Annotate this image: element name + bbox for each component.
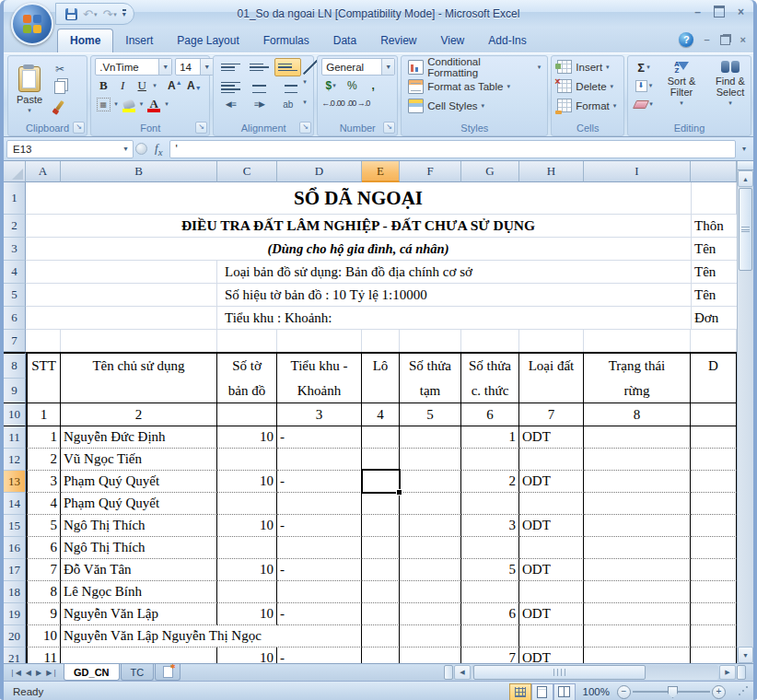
horizontal-scroll-thumb[interactable]	[473, 665, 646, 680]
percent-style-button[interactable]: %	[343, 77, 361, 93]
row-header-selected[interactable]: 13	[4, 471, 26, 493]
row-header[interactable]: 12	[4, 449, 26, 471]
tab-data[interactable]: Data	[321, 29, 368, 52]
insert-worksheet-tab[interactable]	[155, 664, 181, 681]
comma-style-button[interactable]: ,	[364, 77, 382, 93]
vertical-scroll-thumb[interactable]	[739, 188, 752, 271]
select-all-corner[interactable]	[4, 161, 26, 182]
align-left-button[interactable]	[217, 78, 244, 97]
tab-view[interactable]: View	[428, 29, 476, 52]
qat-customize-button[interactable]: ▾	[122, 9, 126, 18]
maximize-button[interactable]	[714, 6, 725, 18]
paste-button[interactable]: Paste ▾	[12, 59, 47, 122]
decrease-decimal-button[interactable]: .00 →.0	[347, 95, 370, 111]
align-center-button[interactable]	[246, 78, 273, 97]
row-header[interactable]: 8	[4, 352, 26, 379]
save-button[interactable]	[65, 8, 77, 20]
sheet-note[interactable]: (Dùng cho hộ gia đình, cá nhân)	[26, 238, 691, 261]
format-as-table-button[interactable]: Format as Table▾	[405, 76, 543, 96]
vertical-scrollbar[interactable]: ▲ ▼	[737, 161, 753, 663]
subzone-info[interactable]: Tiểu khu : Khoảnh:	[217, 307, 691, 330]
sheet-tab-gd-cn[interactable]: GD_CN	[64, 664, 120, 681]
format-painter-button[interactable]	[50, 98, 70, 113]
row-header[interactable]: 18	[4, 581, 26, 603]
borders-caret[interactable]: ▾	[114, 100, 118, 108]
row-header[interactable]: 11	[4, 426, 26, 449]
workbook-close-button[interactable]: ×	[740, 34, 746, 45]
row-header[interactable]: 5	[4, 284, 26, 307]
font-color-caret[interactable]: ▾	[165, 100, 169, 108]
increase-indent-button[interactable]: ≡▶	[246, 99, 273, 117]
formula-input[interactable]: '	[169, 140, 736, 158]
minimize-button[interactable]: –	[694, 6, 701, 18]
accounting-format-button[interactable]: $▾	[321, 77, 340, 93]
row-header[interactable]: 3	[4, 238, 26, 261]
row-header[interactable]: 15	[4, 515, 26, 537]
scroll-up-button[interactable]: ▲	[738, 170, 753, 187]
sheet-subtitle[interactable]: ĐIỀU TRA ĐẤT LÂM NGHIỆP - ĐẤT CHƯA SỬ DỤ…	[26, 215, 691, 238]
decrease-indent-button[interactable]: ◀≡	[217, 99, 244, 117]
number-format-combo[interactable]: General▼	[321, 58, 395, 76]
underline-caret[interactable]: ▾	[153, 82, 157, 89]
insert-cells-button[interactable]: Insert▾	[555, 57, 620, 76]
column-header-d[interactable]: D	[277, 161, 362, 182]
workbook-minimize-button[interactable]: –	[704, 34, 709, 45]
conditional-formatting-button[interactable]: Conditional Formatting▾	[405, 57, 543, 76]
row-header[interactable]: 4	[4, 261, 26, 284]
tab-add-ins[interactable]: Add-Ins	[476, 29, 538, 52]
scroll-left-button[interactable]: ◀	[454, 665, 471, 680]
column-header-j[interactable]	[691, 161, 737, 182]
page-layout-view-button[interactable]	[531, 683, 553, 700]
column-header-c[interactable]: C	[217, 161, 277, 182]
zoom-out-button[interactable]: −	[617, 685, 631, 699]
fill-color-button[interactable]	[121, 96, 137, 112]
zoom-slider-track[interactable]	[633, 691, 710, 693]
row-header[interactable]: 20	[4, 625, 26, 648]
vertical-split-handle[interactable]	[738, 161, 753, 170]
font-color-button[interactable]: A	[146, 96, 162, 112]
expand-formula-bar-button[interactable]: ▾	[738, 141, 751, 158]
zoom-in-button[interactable]: +	[712, 685, 726, 699]
map-sheet-info[interactable]: Số hiệu tờ bản đồ : 10 Tỷ lệ 1:10000	[217, 284, 691, 307]
next-sheet-button[interactable]: ▶	[36, 669, 41, 677]
column-header-i[interactable]: I	[584, 161, 691, 182]
clear-button[interactable]: ▾	[632, 96, 656, 112]
grow-font-button[interactable]: A	[168, 79, 182, 92]
zoom-slider-handle[interactable]	[668, 686, 678, 698]
undo-button[interactable]: ↶▾	[83, 8, 97, 20]
copy-button[interactable]	[50, 79, 70, 95]
bold-button[interactable]: B	[95, 77, 111, 94]
tab-insert[interactable]: Insert	[113, 29, 165, 52]
row-header[interactable]: 16	[4, 537, 26, 559]
row-header[interactable]: 19	[4, 603, 26, 625]
first-sheet-button[interactable]: ❘◀	[9, 669, 21, 677]
previous-sheet-button[interactable]: ◀	[26, 669, 31, 677]
wrap-text-button[interactable]: ab	[274, 99, 301, 117]
row-header[interactable]: 7	[4, 330, 26, 352]
clipboard-dialog-launcher[interactable]: ↘	[73, 122, 85, 134]
window-split-handle[interactable]	[737, 665, 746, 680]
font-dialog-launcher[interactable]: ↘	[195, 122, 207, 134]
delete-cells-button[interactable]: Delete▾	[555, 76, 620, 96]
find-select-button[interactable]: Find & Select▾	[707, 59, 753, 122]
office-button[interactable]	[11, 3, 53, 45]
redo-button[interactable]: ↷▾	[102, 8, 116, 20]
wrap-text-caret[interactable]: ▾	[303, 99, 307, 117]
page-break-view-button[interactable]	[553, 683, 576, 700]
tab-split-handle[interactable]	[444, 665, 453, 680]
tab-home[interactable]: Home	[57, 29, 113, 52]
format-cells-button[interactable]: Format▾	[555, 96, 620, 115]
tab-formulas[interactable]: Formulas	[251, 29, 321, 52]
number-dialog-launcher[interactable]: ↘	[383, 122, 395, 134]
tab-review[interactable]: Review	[368, 29, 428, 52]
help-icon[interactable]: ?	[679, 32, 693, 47]
fill-button[interactable]: ⬇▾	[632, 77, 656, 94]
column-header-b[interactable]: B	[61, 161, 217, 182]
font-size-combo[interactable]: 14▼	[175, 58, 214, 76]
close-button[interactable]: ×	[738, 6, 744, 18]
zoom-level[interactable]: 100%	[583, 686, 610, 697]
column-header-a[interactable]: A	[26, 161, 61, 182]
row-header[interactable]: 9	[4, 379, 26, 403]
column-header-e-selected[interactable]: E	[362, 161, 400, 182]
fill-color-caret[interactable]: ▾	[140, 100, 144, 108]
